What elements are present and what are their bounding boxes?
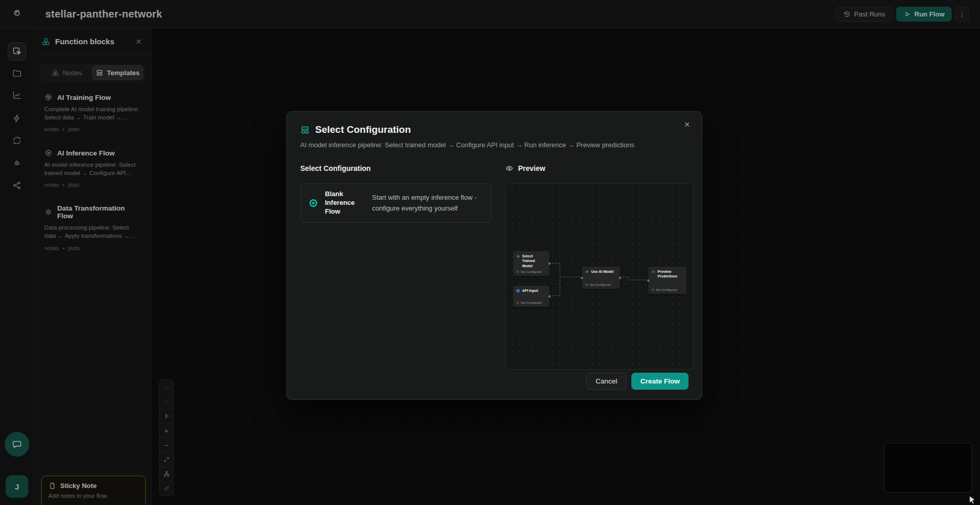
model-icon: [516, 254, 520, 258]
option-label: Blank Inference Flow: [325, 190, 360, 216]
dialog-title: Select Configuration: [315, 124, 411, 135]
cancel-label: Cancel: [595, 377, 617, 385]
api-icon: [516, 289, 520, 293]
dialog-footer: Cancel Create Flow: [586, 373, 689, 390]
configuration-column: Select Configuration Blank Inference Flo…: [300, 164, 492, 370]
cancel-button[interactable]: Cancel: [586, 373, 626, 390]
mouse-cursor: [968, 495, 977, 504]
eye-icon: [651, 270, 656, 274]
node-title: Use AI Model: [591, 269, 614, 274]
create-flow-label: Create Flow: [640, 377, 680, 385]
node-status: Not Configured: [516, 270, 546, 273]
node-status-label: Not Configured: [521, 270, 541, 273]
preview-column: Preview Select Trained Model: [505, 164, 694, 370]
option-blank-inference-flow[interactable]: Blank Inference Flow Start with an empty…: [300, 183, 492, 223]
node-select-trained-model[interactable]: Select Trained Model Not Configured: [513, 251, 549, 276]
input-port: [581, 277, 583, 279]
clock-icon: [651, 288, 655, 291]
node-use-ai-model[interactable]: Use AI Model Not Configured: [582, 267, 620, 289]
select-configuration-dialog: Select Configuration ✕ AI model inferenc…: [286, 111, 702, 400]
node-title: Select Trained Model: [522, 254, 546, 268]
radio-selected[interactable]: [310, 199, 317, 207]
output-port: [548, 295, 551, 298]
preview-label-row: Preview: [505, 164, 694, 172]
clock-icon: [585, 283, 588, 286]
node-title: Preview Predictions: [658, 269, 683, 279]
node-title: API Input: [522, 288, 538, 293]
input-port: [647, 280, 649, 282]
section-label: Select Configuration: [300, 164, 492, 172]
node-status: Not Configured: [585, 283, 617, 286]
eye-icon: [505, 164, 513, 172]
preview-canvas: Select Trained Model Not Configured: [505, 183, 694, 370]
ai-sparkle-icon: [585, 270, 589, 274]
templates-icon: [300, 125, 310, 135]
node-preview-predictions[interactable]: Preview Predictions Not Configured: [648, 267, 686, 294]
preview-label: Preview: [518, 164, 545, 172]
dialog-subtitle: AI model inference pipeline: Select trai…: [300, 141, 689, 149]
clock-icon: [516, 301, 519, 304]
node-api-input[interactable]: API Input Not Configured: [513, 286, 549, 307]
option-description: Start with an empty inference flow - con…: [372, 193, 483, 213]
node-status-label: Not Configured: [590, 283, 610, 286]
node-status-label: Not Configured: [521, 301, 541, 304]
output-port: [619, 277, 621, 279]
create-flow-button[interactable]: Create Flow: [631, 373, 689, 390]
dialog-close-icon[interactable]: ✕: [681, 119, 693, 130]
node-status: Not Configured: [651, 288, 683, 291]
output-port: [548, 263, 551, 265]
clock-icon: [516, 270, 519, 273]
dialog-header: Select Configuration: [300, 124, 689, 135]
node-status: Not Configured: [516, 301, 546, 304]
app-window: stellar-panther-network Past Runs Run Fl…: [0, 0, 980, 505]
node-status-label: Not Configured: [656, 288, 677, 291]
